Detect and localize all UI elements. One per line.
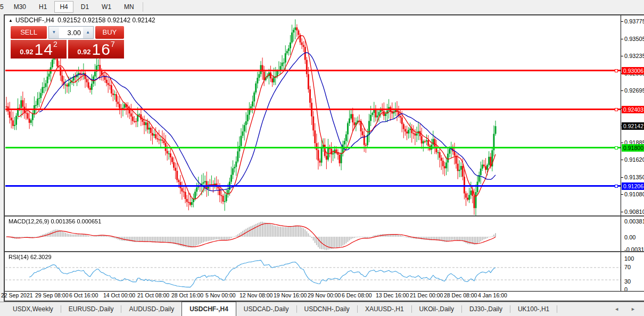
macd-indicator-label: MACD(12,26,9) 0.001356 0.000651	[9, 218, 101, 224]
price-tick-mark	[621, 177, 623, 178]
rsi-axis-label: 30	[624, 278, 644, 285]
line-handle[interactable]	[615, 185, 618, 188]
time-axis-label: 5 Nov 00:00	[205, 292, 236, 298]
price-tick-label: 0.93775	[624, 18, 644, 25]
time-axis-label: 6 Oct 16:00	[69, 292, 98, 298]
toolbar-separator	[143, 2, 143, 12]
next-tabs-arrow-icon[interactable]: ►	[631, 306, 635, 312]
macd-rsi-separator[interactable]	[5, 251, 644, 252]
volume-input[interactable]	[59, 26, 83, 39]
time-axis-label: 21 Oct 08:00	[137, 292, 169, 298]
chart-symbol-label: USDCHF-,H4	[15, 16, 54, 24]
timeframe-button-w1[interactable]: W1	[96, 1, 117, 13]
line-handle[interactable]	[615, 69, 618, 72]
chart-tab-usdx-weekly[interactable]: USDX,Weekly	[5, 302, 61, 316]
price-tick-label: 0.90810	[624, 208, 644, 215]
chart-tab-usdcad-daily[interactable]: USDCAD-,Daily	[236, 302, 296, 316]
price-level-badge: 0.92403	[622, 106, 644, 113]
chart-tab-ukoil-daily[interactable]: UKOil-,Daily	[412, 302, 461, 316]
chart-tab-eurusd-daily[interactable]: EURUSD-,Daily	[61, 302, 121, 316]
price-tick-mark	[621, 56, 623, 56]
chart-ohlc-values: 0.92152 0.92158 0.92142 0.92142	[57, 16, 155, 24]
collapse-panel-icon[interactable]: ▲	[9, 18, 13, 23]
time-axis-label: 29 Sep 08:00	[35, 292, 68, 298]
time-axis-label: 21 Dec 00:00	[410, 292, 443, 298]
chart-tab-xauusd-h1[interactable]: XAUUSD-,H1	[358, 302, 411, 316]
timeframe-button-d1[interactable]: D1	[76, 1, 94, 13]
price-level-badge: 0.93006	[622, 67, 644, 74]
chart-macd-separator[interactable]	[5, 215, 644, 217]
macd-axis-label: 0.00	[624, 234, 644, 241]
level-line-resistance-upper[interactable]	[5, 70, 621, 71]
bid-price-prefix: 0.92	[20, 47, 33, 57]
ask-price-pips: 16	[92, 41, 111, 57]
price-tick-label: 0.91350	[624, 173, 644, 181]
price-axis-line	[621, 15, 621, 292]
price-tick-mark	[621, 212, 623, 212]
timeframe-toolbar: 5M30H1H4D1W1MN	[0, 0, 644, 14]
price-tick-mark	[621, 160, 623, 160]
time-axis-label: 14 Oct 00:00	[103, 292, 135, 298]
price-tick-mark	[621, 90, 623, 91]
chart-tab-uk100-h1[interactable]: UK100-,H1	[510, 302, 557, 316]
ask-price-box[interactable]: 0.92 16 7	[68, 40, 124, 59]
macd-axis-label: 0.003811	[624, 218, 644, 225]
time-axis-label: 19 Nov 16:00	[274, 292, 307, 298]
price-tick-label: 0.92695	[624, 87, 644, 94]
bid-price-box[interactable]: 0.92 14 2	[11, 40, 67, 59]
timeframe-button-h1[interactable]: H1	[34, 1, 52, 13]
one-click-trading-panel: SELL ▼ ▲ BUY 0.92 14 2 0.92 16 7	[11, 26, 124, 59]
chart-tab-bar: USDX,WeeklyEURUSD-,DailyAUDUSD-,DailyUSD…	[0, 302, 644, 316]
ask-price-point: 7	[111, 40, 115, 48]
price-tick-mark	[621, 21, 623, 22]
level-line-resistance-lower[interactable]	[5, 109, 621, 110]
volume-decrease-icon[interactable]: ▼	[48, 26, 59, 39]
current-price-badge: 0.92142	[622, 122, 644, 130]
rsi-axis-label: 70	[624, 263, 644, 271]
time-axis-label: 28 Oct 16:00	[171, 292, 203, 298]
tab-separator	[557, 305, 557, 313]
buy-button[interactable]: BUY	[95, 26, 124, 39]
chart-tab-usdcnh-daily[interactable]: USDCNH-,Daily	[297, 302, 357, 316]
time-axis: 22 Sep 202129 Sep 08:006 Oct 16:0014 Oct…	[0, 292, 644, 301]
chart-tab-dj30-daily[interactable]: DJ30-,Daily	[462, 302, 510, 316]
timeframe-button-m30[interactable]: M30	[9, 1, 31, 13]
rsi-indicator-label: RSI(14) 62.3029	[9, 254, 52, 260]
bid-price-pips: 14	[35, 41, 53, 57]
time-axis-label: 4 Jan 16:00	[478, 292, 507, 298]
price-tick-label: 0.93235	[624, 52, 644, 60]
time-axis-label: 29 Nov 00:00	[308, 292, 341, 298]
ask-price-prefix: 0.92	[77, 47, 90, 57]
price-tick-label: 0.93505	[624, 35, 644, 43]
time-axis-label: 13 Dec 16:00	[376, 292, 409, 298]
chart-tab-usdchf-h4[interactable]: USDCHF-,H4	[181, 302, 236, 316]
price-tick-mark	[621, 39, 623, 39]
time-axis-label: 22 Sep 2021	[1, 292, 33, 298]
volume-increase-icon[interactable]: ▲	[83, 26, 94, 39]
time-axis-label: 6 Dec 08:00	[342, 292, 372, 298]
rsi-axis-label: 100	[624, 255, 644, 262]
line-handle[interactable]	[615, 146, 618, 149]
rsi-pane-bottom-border	[5, 291, 644, 292]
price-tick-label: 0.91080	[624, 190, 644, 198]
chart-title: ▲USDCHF-,H4 0.92152 0.92158 0.92142 0.92…	[9, 16, 155, 24]
chart-tab-audusd-daily[interactable]: AUDUSD-,Daily	[121, 302, 181, 316]
chart-window: ▲USDCHF-,H4 0.92152 0.92158 0.92142 0.92…	[4, 14, 644, 302]
prev-tabs-arrow-icon[interactable]: ◄	[614, 306, 619, 312]
level-line-support-blue[interactable]	[5, 185, 621, 187]
price-level-badge: 0.91800	[622, 144, 644, 152]
level-line-support-green[interactable]	[5, 147, 621, 148]
price-tick-label: 0.91620	[624, 156, 644, 163]
timeframe-button-5[interactable]: 5	[0, 1, 6, 13]
rsi-pane-canvas[interactable]	[5, 253, 621, 291]
tab-scroll-arrows: ◄►	[614, 302, 644, 316]
bid-price-point: 2	[53, 40, 57, 48]
line-handle[interactable]	[615, 108, 618, 111]
timeframe-button-h4[interactable]: H4	[54, 1, 73, 13]
timeframe-button-mn[interactable]: MN	[119, 1, 139, 13]
sell-button[interactable]: SELL	[11, 26, 47, 39]
price-tick-mark	[621, 143, 623, 143]
price-tick-mark	[621, 194, 623, 195]
price-level-badge: 0.91206	[622, 182, 644, 190]
mt4-screen: 5M30H1H4D1W1MN ▲USDCHF-,H4 0.92152 0.921…	[0, 0, 644, 316]
